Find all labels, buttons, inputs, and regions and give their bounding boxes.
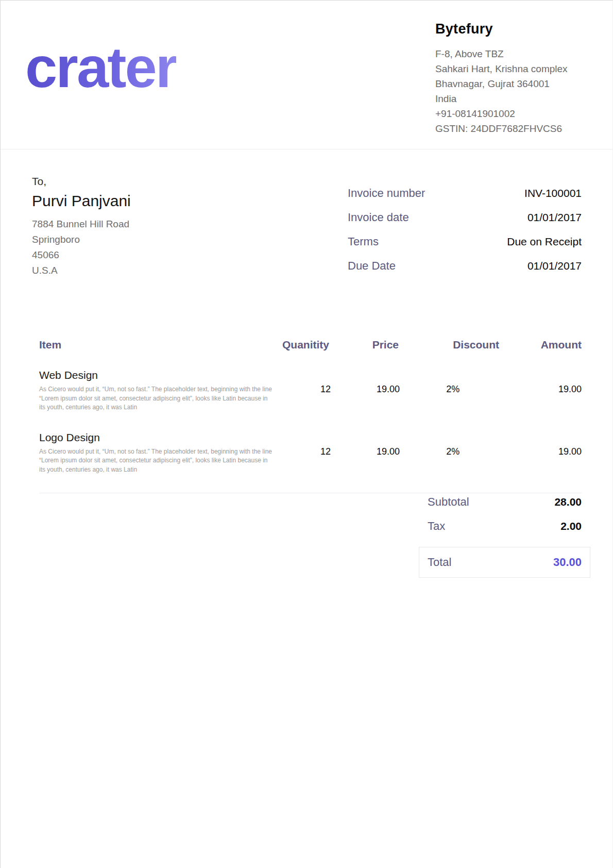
due-date-row: Due Date 01/01/2017 — [348, 259, 582, 273]
item-quantity: 12 — [272, 369, 331, 395]
invoice-number-value: INV-100001 — [524, 186, 582, 201]
due-date-value: 01/01/2017 — [527, 259, 582, 273]
table-row: Web Design As Cicero would put it, “Um, … — [39, 369, 582, 412]
terms-value: Due on Receipt — [507, 235, 582, 249]
item-description: As Cicero would put it, “Um, not so fast… — [39, 447, 272, 475]
subtotal-label: Subtotal — [428, 495, 469, 509]
company-gstin: GSTIN: 24DDF7682FHVCS6 — [435, 121, 590, 136]
invoice-date-label: Invoice date — [348, 210, 409, 225]
company-name: Bytefury — [435, 21, 590, 37]
invoice-page: crater Bytefury F-8, Above TBZ Sahkari H… — [0, 0, 613, 868]
invoice-number-row: Invoice number INV-100001 — [348, 186, 582, 201]
tax-row: Tax 2.00 — [419, 520, 590, 533]
invoice-meta: Invoice number INV-100001 Invoice date 0… — [348, 186, 582, 283]
col-header-quantity: Quanitity — [270, 338, 329, 352]
totals-section: Subtotal 28.00 Tax 2.00 Total 30.00 — [419, 495, 590, 578]
col-header-price: Price — [329, 338, 399, 352]
terms-label: Terms — [348, 235, 379, 249]
items-table-header: Item Quanitity Price Discount Amount — [39, 338, 582, 352]
client-address-line: U.S.A — [32, 263, 131, 278]
total-box: Total 30.00 — [419, 547, 590, 578]
items-table: Item Quanitity Price Discount Amount Web… — [39, 338, 582, 493]
item-price: 19.00 — [331, 431, 400, 457]
invoice-number-label: Invoice number — [348, 186, 425, 201]
company-address: F-8, Above TBZ Sahkari Hart, Krishna com… — [435, 46, 590, 136]
client-address-line: 7884 Bunnel Hill Road — [32, 216, 131, 232]
tax-value: 2.00 — [560, 520, 582, 533]
terms-row: Terms Due on Receipt — [348, 235, 582, 249]
invoice-header: crater Bytefury F-8, Above TBZ Sahkari H… — [1, 1, 612, 149]
subtotal-row: Subtotal 28.00 — [419, 495, 590, 509]
company-phone: +91-08141901002 — [435, 106, 590, 121]
bill-to-section: To, Purvi Panjvani 7884 Bunnel Hill Road… — [32, 175, 131, 278]
col-header-item: Item — [39, 338, 270, 352]
tax-label: Tax — [428, 520, 445, 533]
item-quantity: 12 — [272, 431, 331, 457]
company-address-line: F-8, Above TBZ — [435, 46, 590, 61]
item-description: As Cicero would put it, “Um, not so fast… — [39, 385, 272, 412]
due-date-label: Due Date — [348, 259, 396, 273]
item-discount: 2% — [400, 431, 500, 457]
client-address-line: 45066 — [32, 247, 131, 263]
item-amount: 19.00 — [500, 369, 582, 395]
item-price: 19.00 — [331, 369, 400, 395]
total-value: 30.00 — [553, 556, 582, 569]
crater-logo: crater — [25, 31, 176, 104]
total-label: Total — [428, 556, 451, 569]
bill-to-label: To, — [32, 175, 131, 188]
table-divider — [39, 493, 582, 493]
subtotal-value: 28.00 — [554, 495, 582, 509]
client-name: Purvi Panjvani — [32, 192, 131, 210]
client-address-line: Springboro — [32, 232, 131, 247]
company-address-line: Bhavnagar, Gujrat 364001 — [435, 76, 590, 91]
item-amount: 19.00 — [500, 431, 582, 457]
company-address-line: India — [435, 91, 590, 106]
client-address: 7884 Bunnel Hill Road Springboro 45066 U… — [32, 216, 131, 278]
item-discount: 2% — [400, 369, 500, 395]
company-address-line: Sahkari Hart, Krishna complex — [435, 61, 590, 76]
item-name: Logo Design — [39, 431, 272, 444]
col-header-amount: Amount — [499, 338, 582, 352]
invoice-date-row: Invoice date 01/01/2017 — [348, 210, 582, 225]
col-header-discount: Discount — [399, 338, 499, 352]
item-name: Web Design — [39, 369, 272, 382]
table-row: Logo Design As Cicero would put it, “Um,… — [39, 431, 582, 475]
invoice-date-value: 01/01/2017 — [527, 210, 582, 225]
company-info: Bytefury F-8, Above TBZ Sahkari Hart, Kr… — [435, 21, 590, 136]
items-table-body: Web Design As Cicero would put it, “Um, … — [39, 369, 582, 474]
